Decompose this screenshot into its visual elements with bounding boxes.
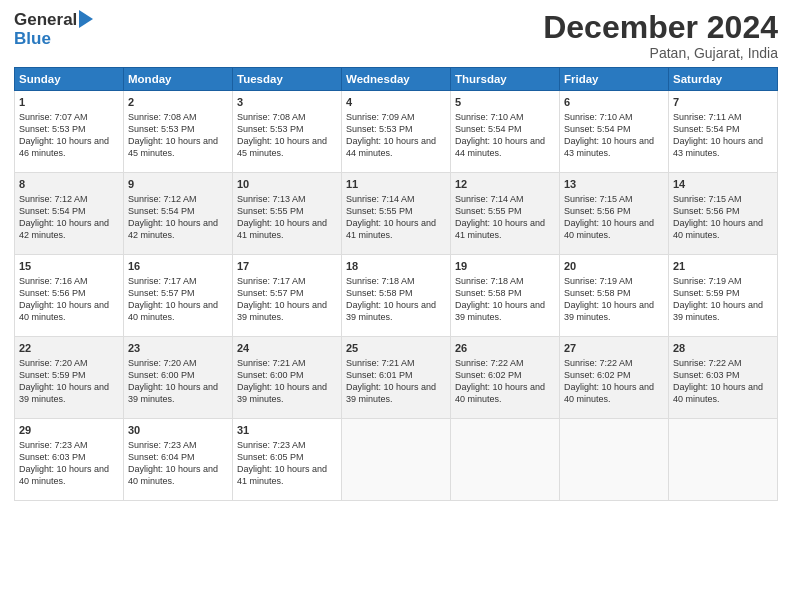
sunrise-text: Sunrise: 7:08 AM [237, 112, 306, 122]
sunrise-text: Sunrise: 7:12 AM [128, 194, 197, 204]
daylight-text: Daylight: 10 hours and 40 minutes. [128, 464, 218, 486]
sunrise-text: Sunrise: 7:20 AM [19, 358, 88, 368]
sunset-text: Sunset: 5:57 PM [237, 288, 304, 298]
table-row: 22Sunrise: 7:20 AMSunset: 5:59 PMDayligh… [15, 337, 124, 419]
daylight-text: Daylight: 10 hours and 41 minutes. [455, 218, 545, 240]
sunrise-text: Sunrise: 7:22 AM [673, 358, 742, 368]
col-monday: Monday [124, 68, 233, 91]
day-number: 19 [455, 259, 555, 274]
sunrise-text: Sunrise: 7:18 AM [346, 276, 415, 286]
table-row: 25Sunrise: 7:21 AMSunset: 6:01 PMDayligh… [342, 337, 451, 419]
table-row: 24Sunrise: 7:21 AMSunset: 6:00 PMDayligh… [233, 337, 342, 419]
calendar-table: Sunday Monday Tuesday Wednesday Thursday… [14, 67, 778, 501]
col-wednesday: Wednesday [342, 68, 451, 91]
sunrise-text: Sunrise: 7:13 AM [237, 194, 306, 204]
day-number: 26 [455, 341, 555, 356]
day-number: 29 [19, 423, 119, 438]
day-number: 1 [19, 95, 119, 110]
day-number: 11 [346, 177, 446, 192]
sunrise-text: Sunrise: 7:16 AM [19, 276, 88, 286]
sunset-text: Sunset: 6:02 PM [455, 370, 522, 380]
sunset-text: Sunset: 5:58 PM [455, 288, 522, 298]
sunrise-text: Sunrise: 7:07 AM [19, 112, 88, 122]
logo-arrow-icon [79, 10, 93, 28]
sunset-text: Sunset: 6:03 PM [673, 370, 740, 380]
day-number: 13 [564, 177, 664, 192]
sunset-text: Sunset: 5:55 PM [237, 206, 304, 216]
table-row: 1Sunrise: 7:07 AMSunset: 5:53 PMDaylight… [15, 91, 124, 173]
sunrise-text: Sunrise: 7:17 AM [237, 276, 306, 286]
daylight-text: Daylight: 10 hours and 45 minutes. [128, 136, 218, 158]
daylight-text: Daylight: 10 hours and 39 minutes. [673, 300, 763, 322]
table-row: 30Sunrise: 7:23 AMSunset: 6:04 PMDayligh… [124, 419, 233, 501]
daylight-text: Daylight: 10 hours and 41 minutes. [237, 218, 327, 240]
daylight-text: Daylight: 10 hours and 42 minutes. [128, 218, 218, 240]
sunrise-text: Sunrise: 7:15 AM [673, 194, 742, 204]
daylight-text: Daylight: 10 hours and 43 minutes. [564, 136, 654, 158]
sunset-text: Sunset: 5:55 PM [346, 206, 413, 216]
table-row: 23Sunrise: 7:20 AMSunset: 6:00 PMDayligh… [124, 337, 233, 419]
daylight-text: Daylight: 10 hours and 41 minutes. [346, 218, 436, 240]
sunset-text: Sunset: 5:54 PM [564, 124, 631, 134]
col-sunday: Sunday [15, 68, 124, 91]
sunrise-text: Sunrise: 7:08 AM [128, 112, 197, 122]
sunrise-text: Sunrise: 7:23 AM [19, 440, 88, 450]
header: General Blue December 2024 Patan, Gujara… [14, 10, 778, 61]
table-row: 6Sunrise: 7:10 AMSunset: 5:54 PMDaylight… [560, 91, 669, 173]
daylight-text: Daylight: 10 hours and 39 minutes. [346, 300, 436, 322]
table-row: 20Sunrise: 7:19 AMSunset: 5:58 PMDayligh… [560, 255, 669, 337]
table-row: 11Sunrise: 7:14 AMSunset: 5:55 PMDayligh… [342, 173, 451, 255]
daylight-text: Daylight: 10 hours and 39 minutes. [19, 382, 109, 404]
title-area: December 2024 Patan, Gujarat, India [543, 10, 778, 61]
table-row [451, 419, 560, 501]
sunrise-text: Sunrise: 7:22 AM [455, 358, 524, 368]
table-row: 19Sunrise: 7:18 AMSunset: 5:58 PMDayligh… [451, 255, 560, 337]
sunset-text: Sunset: 5:56 PM [673, 206, 740, 216]
sunset-text: Sunset: 5:53 PM [237, 124, 304, 134]
calendar-week-row: 29Sunrise: 7:23 AMSunset: 6:03 PMDayligh… [15, 419, 778, 501]
table-row: 10Sunrise: 7:13 AMSunset: 5:55 PMDayligh… [233, 173, 342, 255]
day-number: 9 [128, 177, 228, 192]
day-number: 6 [564, 95, 664, 110]
table-row: 26Sunrise: 7:22 AMSunset: 6:02 PMDayligh… [451, 337, 560, 419]
sunset-text: Sunset: 5:59 PM [673, 288, 740, 298]
calendar-container: General Blue December 2024 Patan, Gujara… [0, 0, 792, 612]
day-number: 2 [128, 95, 228, 110]
sunset-text: Sunset: 6:01 PM [346, 370, 413, 380]
day-number: 7 [673, 95, 773, 110]
day-number: 4 [346, 95, 446, 110]
table-row: 21Sunrise: 7:19 AMSunset: 5:59 PMDayligh… [669, 255, 778, 337]
daylight-text: Daylight: 10 hours and 39 minutes. [564, 300, 654, 322]
table-row [669, 419, 778, 501]
sunrise-text: Sunrise: 7:23 AM [237, 440, 306, 450]
day-number: 30 [128, 423, 228, 438]
daylight-text: Daylight: 10 hours and 39 minutes. [346, 382, 436, 404]
day-number: 17 [237, 259, 337, 274]
sunrise-text: Sunrise: 7:20 AM [128, 358, 197, 368]
day-number: 25 [346, 341, 446, 356]
daylight-text: Daylight: 10 hours and 40 minutes. [19, 464, 109, 486]
daylight-text: Daylight: 10 hours and 39 minutes. [128, 382, 218, 404]
sunrise-text: Sunrise: 7:17 AM [128, 276, 197, 286]
table-row: 16Sunrise: 7:17 AMSunset: 5:57 PMDayligh… [124, 255, 233, 337]
sunrise-text: Sunrise: 7:21 AM [346, 358, 415, 368]
sunrise-text: Sunrise: 7:12 AM [19, 194, 88, 204]
sunset-text: Sunset: 5:56 PM [564, 206, 631, 216]
table-row: 14Sunrise: 7:15 AMSunset: 5:56 PMDayligh… [669, 173, 778, 255]
day-number: 18 [346, 259, 446, 274]
sunrise-text: Sunrise: 7:22 AM [564, 358, 633, 368]
day-number: 27 [564, 341, 664, 356]
daylight-text: Daylight: 10 hours and 45 minutes. [237, 136, 327, 158]
sunrise-text: Sunrise: 7:14 AM [455, 194, 524, 204]
sunset-text: Sunset: 5:58 PM [346, 288, 413, 298]
day-number: 23 [128, 341, 228, 356]
col-thursday: Thursday [451, 68, 560, 91]
sunrise-text: Sunrise: 7:11 AM [673, 112, 742, 122]
table-row: 4Sunrise: 7:09 AMSunset: 5:53 PMDaylight… [342, 91, 451, 173]
sunset-text: Sunset: 5:57 PM [128, 288, 195, 298]
daylight-text: Daylight: 10 hours and 44 minutes. [346, 136, 436, 158]
sunset-text: Sunset: 5:59 PM [19, 370, 86, 380]
sunset-text: Sunset: 5:54 PM [128, 206, 195, 216]
day-number: 24 [237, 341, 337, 356]
table-row: 8Sunrise: 7:12 AMSunset: 5:54 PMDaylight… [15, 173, 124, 255]
